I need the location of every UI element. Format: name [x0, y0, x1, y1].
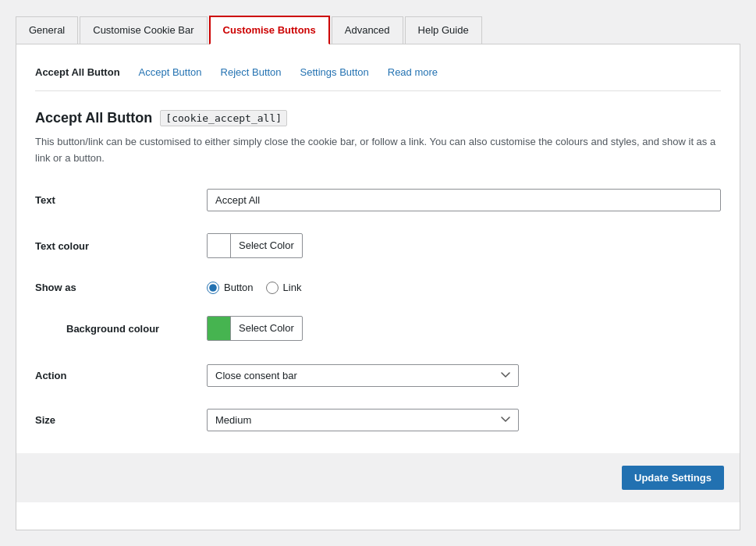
text-label: Text — [35, 194, 207, 206]
footer-bar: Update Settings — [16, 453, 740, 502]
text-colour-control: Select Color — [207, 233, 721, 260]
tab-customise-cookie-bar[interactable]: Customise Cookie Bar — [80, 16, 207, 44]
sub-tabs: Accept All Button Accept Button Reject B… — [35, 63, 721, 91]
show-as-row: Show as Button Link — [35, 282, 721, 294]
text-colour-select-label: Select Color — [231, 236, 302, 255]
size-row: Size Medium — [35, 409, 721, 431]
show-as-button-label: Button — [224, 282, 254, 293]
background-colour-select-button[interactable]: Select Color — [207, 316, 303, 341]
update-settings-button[interactable]: Update Settings — [622, 466, 724, 490]
section-code-tag: [cookie_accept_all] — [160, 110, 287, 126]
action-select[interactable]: Close consent bar — [207, 364, 519, 387]
sub-tab-settings-button[interactable]: Settings Button — [300, 63, 369, 81]
tab-customise-buttons[interactable]: Customise Buttons — [209, 16, 330, 44]
sub-tab-read-more[interactable]: Read more — [388, 63, 438, 81]
show-as-radio-group: Button Link — [207, 282, 721, 294]
text-colour-row: Text colour Select Color — [35, 233, 721, 260]
background-colour-control: Select Color — [207, 316, 721, 342]
sub-tab-accept-button[interactable]: Accept Button — [139, 63, 202, 81]
size-select[interactable]: Medium — [207, 409, 519, 431]
tab-help-guide[interactable]: Help Guide — [405, 16, 482, 44]
main-tabs: General Customise Cookie Bar Customise B… — [16, 16, 740, 44]
background-colour-swatch — [208, 317, 231, 340]
background-colour-label: Background colour — [35, 323, 207, 335]
section-description: This button/link can be customised to ei… — [35, 134, 721, 167]
action-label: Action — [35, 370, 207, 381]
show-as-link-radio[interactable] — [266, 282, 279, 294]
action-row: Action Close consent bar — [35, 364, 721, 387]
show-as-control: Button Link — [207, 282, 721, 294]
show-as-label: Show as — [35, 282, 207, 293]
background-colour-select-label: Select Color — [231, 318, 302, 338]
text-colour-select-button[interactable]: Select Color — [207, 233, 303, 258]
sub-tab-reject-button[interactable]: Reject Button — [221, 63, 282, 81]
text-colour-swatch — [208, 234, 231, 257]
content-panel: Accept All Button Accept Button Reject B… — [16, 44, 740, 530]
section-title: Accept All Button [cookie_accept_all] — [35, 110, 721, 126]
text-field-control — [207, 189, 721, 211]
show-as-link-option[interactable]: Link — [266, 282, 302, 294]
sub-tab-accept-all-button[interactable]: Accept All Button — [35, 63, 120, 81]
show-as-button-option[interactable]: Button — [207, 282, 254, 294]
text-input[interactable] — [207, 189, 721, 211]
text-field-row: Text — [35, 189, 721, 211]
section-title-text: Accept All Button — [35, 110, 152, 126]
page-wrapper: General Customise Cookie Bar Customise B… — [0, 0, 756, 546]
show-as-link-label: Link — [283, 282, 302, 293]
action-control: Close consent bar — [207, 364, 721, 387]
tab-general[interactable]: General — [16, 16, 78, 44]
text-colour-label: Text colour — [35, 240, 207, 252]
tab-advanced[interactable]: Advanced — [332, 16, 403, 44]
show-as-button-radio[interactable] — [207, 282, 219, 294]
size-label: Size — [35, 414, 207, 426]
size-control: Medium — [207, 409, 721, 431]
background-colour-row: Background colour Select Color — [35, 316, 721, 342]
